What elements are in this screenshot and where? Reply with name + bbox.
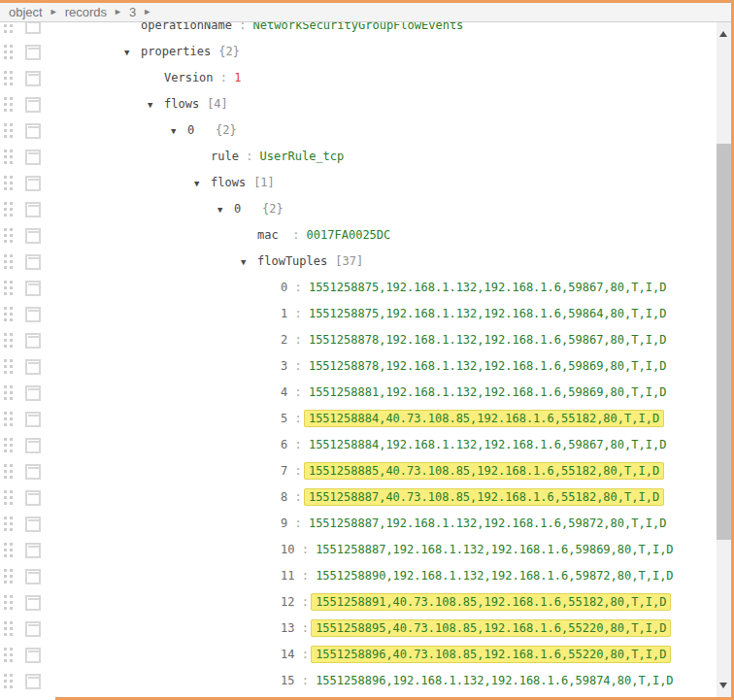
row-checkbox-icon[interactable] [25,412,41,427]
drag-handle-icon[interactable] [4,595,13,610]
drag-handle-icon[interactable] [4,45,13,59]
colon-separator: : [285,228,307,242]
row-checkbox-icon[interactable] [25,71,41,86]
node-count-badge: [1] [253,176,275,189]
breadcrumb-item-records[interactable]: records [65,5,107,19]
node-key: flowTuples [257,254,327,268]
collapse-toggle-icon[interactable]: ▼ [148,92,164,118]
breadcrumb-item-object[interactable]: object [9,5,43,19]
colon-separator: : [287,385,309,399]
row-checkbox-icon[interactable] [25,385,41,401]
row-checkbox-icon[interactable] [25,123,41,139]
collapse-toggle-icon[interactable]: ▼ [124,40,141,66]
tree-row: 0 : 1551258875,192.168.1.132,192.168.1.6… [0,275,716,301]
drag-handle-icon[interactable] [4,359,13,374]
drag-handle-icon[interactable] [4,517,13,531]
row-checkbox-icon[interactable] [25,97,41,113]
row-checkbox-icon[interactable] [25,202,41,217]
row-checkbox-icon[interactable] [25,517,41,532]
tree-node: ▼flows[1] [41,170,716,197]
drag-handle-icon[interactable] [4,648,13,662]
scroll-up-icon[interactable] [719,31,727,37]
drag-handle-icon[interactable] [4,71,13,85]
row-checkbox-icon[interactable] [25,176,41,191]
node-value: 1551258887,192.168.1.132,192.168.1.6,598… [309,517,666,530]
drag-handle-icon[interactable] [4,254,13,269]
tree-node: 11 : 1551258890,192.168.1.132,192.168.1.… [41,563,716,589]
vertical-scrollbar[interactable] [717,22,731,697]
collapse-toggle-icon[interactable]: ▼ [194,171,211,197]
row-checkbox-icon[interactable] [25,648,41,663]
collapse-toggle-icon[interactable]: ▼ [241,250,257,276]
drag-handle-icon[interactable] [4,150,13,164]
drag-handle-icon[interactable] [4,22,13,33]
drag-handle-icon[interactable] [4,674,13,688]
node-key: flows [211,176,246,189]
scrollbar-thumb[interactable] [717,144,731,540]
row-checkbox-icon[interactable] [25,621,41,637]
collapse-toggle-icon[interactable]: ▼ [217,197,234,223]
tree-node: 14 : 1551258896,40.73.108.85,192.168.1.6… [41,642,716,668]
drag-handle-icon[interactable] [4,333,13,348]
tree-row: 15 : 1551258896,192.168.1.132,192.168.1.… [0,668,716,694]
scroll-down-icon[interactable] [719,683,727,688]
row-checkbox-icon[interactable] [25,254,41,270]
drag-handle-icon[interactable] [4,569,13,583]
tree-row: 13 : 1551258895,40.73.108.85,192.168.1.6… [0,616,716,642]
node-count-badge: [4] [207,97,228,111]
drag-handle-icon[interactable] [4,464,13,479]
tree-row: operationName : NetworkSecurityGroupFlow… [0,22,716,39]
drag-handle-icon[interactable] [4,97,13,112]
row-checkbox-icon[interactable] [25,543,41,558]
drag-handle-icon[interactable] [4,490,13,505]
tree-row: 10 : 1551258887,192.168.1.132,192.168.1.… [0,537,716,563]
drag-handle-icon[interactable] [4,176,13,190]
tree-row: 5 : 1551258884,40.73.108.85,192.168.1.6,… [0,406,716,432]
row-checkbox-icon[interactable] [25,281,41,296]
row-checkbox-icon[interactable] [25,569,41,584]
node-key: 10 [281,543,294,556]
row-checkbox-icon[interactable] [25,150,41,165]
drag-handle-icon[interactable] [4,228,13,243]
breadcrumb-arrow-icon: ► [114,7,122,17]
node-value: 1551258891,40.73.108.85,192.168.1.6,5518… [311,593,671,611]
row-checkbox-icon[interactable] [25,45,41,60]
tree-node: 15 : 1551258896,192.168.1.132,192.168.1.… [41,668,716,694]
tree-node: 1 : 1551258875,192.168.1.132,192.168.1.6… [41,301,716,327]
collapse-toggle-icon[interactable]: ▼ [171,118,187,145]
row-checkbox-icon[interactable] [25,228,41,244]
drag-handle-icon[interactable] [4,385,13,400]
row-checkbox-icon[interactable] [25,438,41,453]
node-value: 1 [234,71,241,84]
colon-separator: : [287,333,309,347]
breadcrumb-item-3[interactable]: 3 [129,5,136,19]
node-value: 1551258896,192.168.1.132,192.168.1.6,598… [316,674,673,687]
row-checkbox-icon[interactable] [25,464,41,480]
row-checkbox-icon[interactable] [25,307,41,322]
drag-handle-icon[interactable] [4,621,13,636]
node-key: properties [141,45,211,58]
node-key: 0 [234,196,254,222]
row-checkbox-icon[interactable] [25,22,41,34]
row-checkbox-icon[interactable] [25,490,41,506]
drag-handle-icon[interactable] [4,123,13,138]
tree-row: ▼properties{2} [0,39,716,65]
node-value: 0017FA0025DC [307,228,391,242]
drag-handle-icon[interactable] [4,202,13,217]
row-checkbox-icon[interactable] [25,359,41,375]
drag-handle-icon[interactable] [4,281,13,295]
tree-node: 7 : 1551258885,40.73.108.85,192.168.1.6,… [41,458,716,484]
node-count-badge: [37] [335,254,363,268]
row-checkbox-icon[interactable] [25,595,41,611]
drag-handle-icon[interactable] [4,412,13,426]
tree-node: 4 : 1551258881,192.168.1.132,192.168.1.6… [41,380,716,406]
colon-separator: : [287,438,309,451]
row-checkbox-icon[interactable] [25,333,41,349]
drag-handle-icon[interactable] [4,438,13,452]
row-checkbox-icon[interactable] [25,674,41,689]
drag-handle-icon[interactable] [4,543,13,557]
tree-node: ▼0{2} [41,196,716,223]
tree-node: 13 : 1551258895,40.73.108.85,192.168.1.6… [41,616,716,642]
drag-handle-icon[interactable] [4,307,13,321]
breadcrumb-arrow-icon: ► [143,7,151,17]
